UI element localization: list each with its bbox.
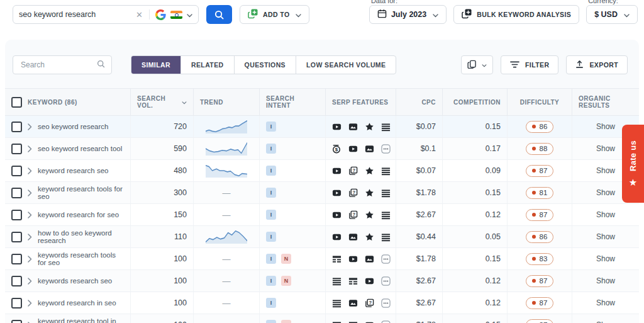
show-organic-results-link[interactable]: Show xyxy=(596,122,615,131)
search-intent-cell: I xyxy=(260,204,326,225)
search-intent-cell: I xyxy=(260,138,326,159)
filter-button[interactable]: FILTER xyxy=(501,55,558,74)
trend-cell: — xyxy=(194,314,260,323)
rate-us-button[interactable]: Rate us ★ xyxy=(622,125,644,203)
show-organic-results-link[interactable]: Show xyxy=(596,276,615,285)
show-organic-results-link[interactable]: Show xyxy=(596,210,615,219)
column-header-search-volume[interactable]: SEARCH VOL. xyxy=(131,89,194,115)
add-to-icon xyxy=(248,8,258,21)
show-organic-results-link[interactable]: Show xyxy=(596,320,615,323)
trend-sparkline xyxy=(206,164,247,178)
difficulty-badge: 87 xyxy=(526,297,554,309)
export-button[interactable]: EXPORT xyxy=(566,55,628,74)
serp-features-cell xyxy=(326,248,396,269)
row-checkbox[interactable] xyxy=(11,166,22,176)
trend-sparkline xyxy=(206,230,247,244)
organic-results-cell: Show xyxy=(572,292,639,314)
show-organic-results-link[interactable]: Show xyxy=(596,254,615,263)
keyword-search-input[interactable]: seo keyword research ✕ xyxy=(13,5,199,24)
difficulty-dot-icon xyxy=(532,235,536,239)
row-checkbox[interactable] xyxy=(11,254,22,264)
expand-chevron-icon[interactable] xyxy=(28,190,32,196)
india-flag-icon[interactable] xyxy=(170,11,182,19)
row-checkbox[interactable] xyxy=(11,144,22,154)
add-to-button[interactable]: ADD TO xyxy=(240,5,309,24)
expand-chevron-icon[interactable] xyxy=(28,167,32,174)
currency-dropdown[interactable]: Currency: $ USD xyxy=(586,5,638,24)
select-all-checkbox[interactable] xyxy=(11,97,22,108)
search-intent-badge: I xyxy=(266,298,276,308)
keyword-cell: keyword research tools for seo xyxy=(5,182,131,203)
tab-related[interactable]: RELATED xyxy=(180,56,234,74)
expand-chevron-icon[interactable] xyxy=(28,212,32,218)
svg-text:?: ? xyxy=(353,212,356,217)
difficulty-cell: 87 xyxy=(508,270,572,292)
row-checkbox[interactable] xyxy=(11,188,22,198)
search-volume-cell: 480 xyxy=(131,160,194,181)
tab-questions[interactable]: QUESTIONS xyxy=(234,56,296,74)
show-organic-results-link[interactable]: Show xyxy=(596,232,615,241)
show-organic-results-link[interactable]: Show xyxy=(596,188,615,197)
difficulty-value: 86 xyxy=(540,123,548,130)
tab-low-search-volume[interactable]: LOW SEARCH VOLUME xyxy=(296,56,396,74)
expand-chevron-icon[interactable] xyxy=(28,256,32,263)
bulk-keyword-analysis-button[interactable]: BULK KEYWORD ANALYSIS xyxy=(453,5,579,24)
row-checkbox[interactable] xyxy=(11,298,22,309)
no-trend-dash: — xyxy=(223,254,231,264)
show-organic-results-link[interactable]: Show xyxy=(596,166,615,175)
row-checkbox[interactable] xyxy=(11,232,22,242)
column-header-organic-results: ORGANIC RESULTS xyxy=(572,89,639,115)
expand-chevron-icon[interactable] xyxy=(28,234,32,241)
no-trend-dash: — xyxy=(223,320,231,323)
keyword-cell: seo keyword research xyxy=(5,116,131,137)
more-icon xyxy=(381,298,391,308)
search-intent-cell: I xyxy=(260,160,326,181)
copy-columns-button[interactable] xyxy=(461,55,493,74)
faq-icon: ? xyxy=(348,210,358,220)
table-search-field[interactable] xyxy=(13,55,112,74)
data-for-label: Data for: xyxy=(371,0,397,4)
difficulty-value: 88 xyxy=(540,145,548,152)
organic-results-cell: Show xyxy=(572,248,639,269)
difficulty-dot-icon xyxy=(532,213,536,217)
keywords-table: KEYWORD (86) SEARCH VOL. TREND SEARCH IN… xyxy=(5,88,639,323)
keyword-cell: keyword research in seo xyxy=(5,292,131,314)
clear-icon[interactable]: ✕ xyxy=(136,11,143,19)
search-intent-cell: IN xyxy=(260,248,326,269)
organic-list-icon xyxy=(381,210,391,220)
snippet-icon xyxy=(348,276,358,286)
keyword-search-value[interactable]: seo keyword research xyxy=(19,10,133,19)
show-organic-results-link[interactable]: Show xyxy=(596,298,615,307)
tab-similar[interactable]: SIMILAR xyxy=(131,56,180,74)
search-volume-cell: 150 xyxy=(131,204,194,225)
search-intent-badge: N xyxy=(281,276,291,286)
row-checkbox[interactable] xyxy=(11,276,22,286)
video-icon xyxy=(348,144,358,154)
search-button[interactable] xyxy=(206,5,232,24)
show-organic-results-link[interactable]: Show xyxy=(596,144,615,153)
difficulty-value: 87 xyxy=(540,211,548,218)
column-header-search-intent: SEARCH INTENT xyxy=(260,89,326,115)
image-icon xyxy=(348,298,358,308)
row-checkbox[interactable] xyxy=(11,210,22,220)
expand-chevron-icon[interactable] xyxy=(28,300,32,307)
expand-chevron-icon[interactable] xyxy=(28,145,32,152)
keyword-text: keyword research tool in seo xyxy=(38,317,124,323)
difficulty-cell: 87 xyxy=(508,160,572,181)
table-search-input[interactable] xyxy=(19,60,92,70)
row-checkbox[interactable] xyxy=(11,320,22,323)
organic-results-cell: Show xyxy=(572,226,639,247)
svg-text:?: ? xyxy=(369,300,372,305)
keyword-text: keywords research tools for seo xyxy=(38,251,124,267)
sort-chevron-icon[interactable] xyxy=(182,99,187,106)
organic-list-icon xyxy=(332,320,341,323)
row-checkbox[interactable] xyxy=(11,122,22,132)
image-icon xyxy=(348,122,358,132)
serp-features-cell: ? xyxy=(326,204,396,225)
date-dropdown[interactable]: Data for: July 2023 xyxy=(369,5,447,24)
expand-chevron-icon[interactable] xyxy=(28,123,32,130)
chevron-down-icon[interactable] xyxy=(187,9,192,20)
organic-list-icon xyxy=(381,122,391,132)
expand-chevron-icon[interactable] xyxy=(28,278,32,285)
search-volume-cell: 100 xyxy=(131,314,194,323)
